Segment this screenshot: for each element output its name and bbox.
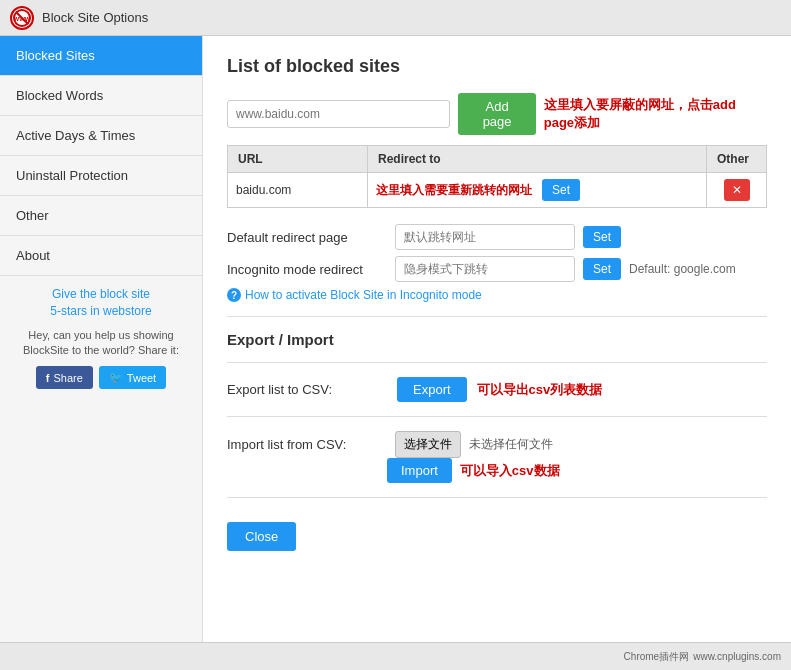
- divider-3: [227, 416, 767, 417]
- svg-text:WWW: WWW: [14, 16, 31, 22]
- incognito-default-text: Default: google.com: [629, 262, 736, 276]
- content-area: List of blocked sites Add page 这里填入要屏蔽的网…: [203, 36, 791, 642]
- row-delete-button[interactable]: ✕: [724, 179, 750, 201]
- close-button[interactable]: Close: [227, 522, 296, 551]
- export-row: Export list to CSV: Export 可以导出csv列表数据: [227, 377, 767, 402]
- row-redirect: 这里填入需要重新跳转的网址 Set: [368, 173, 707, 208]
- col-header-redirect: Redirect to: [368, 146, 707, 173]
- default-redirect-row: Default redirect page Set: [227, 224, 767, 250]
- export-label: Export list to CSV:: [227, 382, 387, 397]
- import-section: Import list from CSV: 选择文件 未选择任何文件 Impor…: [227, 431, 767, 483]
- facebook-icon: f: [46, 372, 50, 384]
- share-text: Hey, can you help us showing BlockSite t…: [14, 328, 188, 359]
- export-annotation: 可以导出csv列表数据: [477, 381, 603, 399]
- page-title: List of blocked sites: [227, 56, 767, 77]
- sidebar-promo: Give the block site 5-stars in webstore …: [0, 276, 202, 399]
- sidebar: Blocked Sites Blocked Words Active Days …: [0, 36, 203, 642]
- footer: Chrome插件网 www.cnplugins.com: [0, 642, 791, 670]
- incognito-redirect-input[interactable]: [395, 256, 575, 282]
- url-annotation: 这里填入要屏蔽的网址，点击add page添加: [544, 96, 767, 132]
- twitter-icon: 🐦: [109, 371, 123, 384]
- sidebar-item-active-days-times[interactable]: Active Days & Times: [0, 116, 202, 156]
- blocked-sites-table: URL Redirect to Other baidu.com 这里填入需要重新…: [227, 145, 767, 208]
- help-icon: ?: [227, 288, 241, 302]
- import-label: Import list from CSV:: [227, 437, 387, 452]
- footer-line1: Chrome插件网: [624, 650, 690, 664]
- default-redirect-input[interactable]: [395, 224, 575, 250]
- divider-1: [227, 316, 767, 317]
- promo-link[interactable]: Give the block site 5-stars in webstore: [14, 286, 188, 320]
- title-bar: WWW Block Site Options: [0, 0, 791, 36]
- row-other: ✕: [707, 173, 767, 208]
- incognito-help-link[interactable]: ? How to activate Block Site in Incognit…: [227, 288, 767, 302]
- export-import-title: Export / Import: [227, 331, 767, 348]
- add-page-button[interactable]: Add page: [458, 93, 535, 135]
- share-buttons: f Share 🐦 Tweet: [14, 366, 188, 389]
- incognito-redirect-label: Incognito mode redirect: [227, 262, 387, 277]
- table-row: baidu.com 这里填入需要重新跳转的网址 Set ✕: [228, 173, 767, 208]
- import-row2: Import 可以导入csv数据: [227, 458, 767, 483]
- facebook-share-button[interactable]: f Share: [36, 366, 93, 389]
- sidebar-item-uninstall-protection[interactable]: Uninstall Protection: [0, 156, 202, 196]
- row-set-button[interactable]: Set: [542, 179, 580, 201]
- sidebar-item-blocked-words[interactable]: Blocked Words: [0, 76, 202, 116]
- url-input[interactable]: [227, 100, 450, 128]
- sidebar-item-other[interactable]: Other: [0, 196, 202, 236]
- app-title: Block Site Options: [42, 10, 148, 25]
- twitter-share-button[interactable]: 🐦 Tweet: [99, 366, 166, 389]
- import-annotation: 可以导入csv数据: [460, 462, 560, 480]
- col-header-other: Other: [707, 146, 767, 173]
- default-redirect-set-button[interactable]: Set: [583, 226, 621, 248]
- incognito-redirect-row: Incognito mode redirect Set Default: goo…: [227, 256, 767, 282]
- choose-file-button[interactable]: 选择文件: [395, 431, 461, 458]
- col-header-url: URL: [228, 146, 368, 173]
- file-name-display: 未选择任何文件: [469, 436, 553, 453]
- divider-4: [227, 497, 767, 498]
- url-add-row: Add page 这里填入要屏蔽的网址，点击add page添加: [227, 93, 767, 135]
- default-redirect-label: Default redirect page: [227, 230, 387, 245]
- export-button[interactable]: Export: [397, 377, 467, 402]
- sidebar-item-blocked-sites[interactable]: Blocked Sites: [0, 36, 202, 76]
- sidebar-item-about[interactable]: About: [0, 236, 202, 276]
- app-logo: WWW: [10, 6, 34, 30]
- help-link-row: ? How to activate Block Site in Incognit…: [227, 288, 767, 302]
- import-button[interactable]: Import: [387, 458, 452, 483]
- divider-2: [227, 362, 767, 363]
- row-url: baidu.com: [228, 173, 368, 208]
- incognito-set-button[interactable]: Set: [583, 258, 621, 280]
- import-row1: Import list from CSV: 选择文件 未选择任何文件: [227, 431, 767, 458]
- footer-line2: www.cnplugins.com: [693, 651, 781, 662]
